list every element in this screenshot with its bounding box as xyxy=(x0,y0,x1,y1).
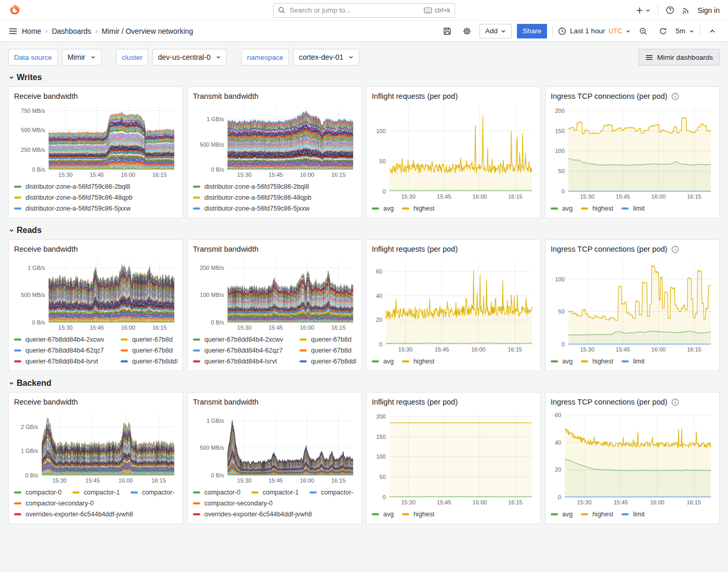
dashboard-settings-button[interactable] xyxy=(460,24,474,38)
legend-item[interactable]: querier-67b8dd84b4-62qz7 xyxy=(14,347,121,354)
legend-item[interactable]: highest xyxy=(581,511,613,518)
legend-item[interactable]: highest xyxy=(402,358,434,365)
legend-item[interactable]: querier-67b8dd84b4-2xcwv xyxy=(193,336,300,343)
legend-item[interactable]: querier-67b8d xyxy=(300,336,352,343)
panel-title[interactable]: Receive bandwidth xyxy=(14,245,78,253)
namespace-label[interactable]: namespace xyxy=(241,49,289,66)
chart-canvas[interactable]: 0 B/s100 MB/s200 MB/s15:3015:4516:0016:1… xyxy=(193,255,356,333)
legend-item[interactable]: compactor-0 xyxy=(193,489,251,496)
info-icon[interactable] xyxy=(671,398,679,406)
legend-item[interactable]: querier-67b8dd84b4-2xcwv xyxy=(14,336,121,343)
panel-title[interactable]: Ingress TCP connections (per pod) xyxy=(551,398,667,406)
chart-area[interactable]: 05010015020015:3015:4516:0016:15 xyxy=(551,102,714,202)
datasource-dropdown[interactable]: Mimir xyxy=(62,49,101,66)
legend-item[interactable]: limit xyxy=(621,511,644,518)
legend-item[interactable]: distributor-zone-a-56fd759c86-5jxxw xyxy=(193,205,309,212)
search-bar[interactable]: ctrl+k xyxy=(273,3,455,18)
legend-item[interactable]: compactor- xyxy=(309,489,354,496)
legend-item[interactable]: distributor-zone-a-56fd759c86-48qpb xyxy=(193,194,311,201)
legend-item[interactable]: avg xyxy=(551,358,573,365)
legend-item[interactable]: distributor-zone-a-56fd759c86-5jxxw xyxy=(14,205,131,212)
legend-item[interactable]: querier-67b8dd84b4-62qz7 xyxy=(193,347,300,354)
legend-item[interactable]: overrides-exporter-6c544b4ddf-jvwh8 xyxy=(14,511,133,518)
chart-canvas[interactable]: 0 B/s500 MB/s1 GB/s15:3015:4516:0016:15 xyxy=(193,408,356,486)
legend-item[interactable]: highest xyxy=(581,205,613,212)
legend-item[interactable]: distributor-zone-a-56fd759c86-48qpb xyxy=(14,194,133,201)
chart-canvas[interactable]: 020406015:3015:4516:0016:15 xyxy=(551,408,714,508)
legend-item[interactable]: distributor-zone-a-56fd759c86-2bql8 xyxy=(14,183,131,190)
legend-item[interactable]: querier-67b8d xyxy=(300,347,352,354)
chart-canvas[interactable]: 05010015020015:3015:4516:0016:15 xyxy=(372,408,535,508)
chart-area[interactable]: 05010015:3015:4516:0016:15 xyxy=(551,255,714,355)
legend-item[interactable]: highest xyxy=(402,511,434,518)
panel-title[interactable]: Inflight requests (per pod) xyxy=(372,92,458,100)
panel-title[interactable]: Ingress TCP connections (per pod) xyxy=(551,92,667,100)
legend-item[interactable]: limit xyxy=(621,205,644,212)
mimir-dashboards-button[interactable]: Mimir dashboards xyxy=(639,49,720,66)
add-panel-button[interactable]: Add xyxy=(479,24,512,38)
add-new-button[interactable] xyxy=(635,6,651,15)
chart-area[interactable]: 05010015:3015:4516:0016:15 xyxy=(372,102,535,202)
zoom-out-button[interactable] xyxy=(636,24,651,38)
chart-canvas[interactable]: 0 B/s250 MB/s500 MB/s750 MB/s15:3015:451… xyxy=(14,102,177,180)
news-button[interactable] xyxy=(682,6,690,15)
legend-item[interactable]: compactor-0 xyxy=(14,489,72,496)
chart-canvas[interactable]: 05010015020015:3015:4516:0016:15 xyxy=(551,102,714,202)
help-button[interactable] xyxy=(666,6,674,15)
chart-area[interactable]: 0 B/s500 MB/s1 GB/s15:3015:4516:0016:15 xyxy=(193,102,356,180)
legend-item[interactable]: querier-67b8dd84b4-lsrvt xyxy=(14,358,121,365)
panel-title[interactable]: Transmit bandwidth xyxy=(193,398,258,406)
chart-area[interactable]: 020406015:3015:4516:0016:15 xyxy=(551,408,714,508)
info-icon[interactable] xyxy=(671,245,679,253)
collapse-toolbar-button[interactable] xyxy=(705,24,720,38)
section-header-writes[interactable]: Writes xyxy=(8,73,720,82)
legend-item[interactable]: highest xyxy=(581,358,613,365)
legend-item[interactable]: highest xyxy=(402,205,434,212)
panel-title[interactable]: Transmit bandwidth xyxy=(193,92,258,100)
time-range-picker[interactable]: Last 1 hour UTC xyxy=(558,27,631,35)
sign-in-link[interactable]: Sign in xyxy=(697,6,720,15)
refresh-interval-picker[interactable]: 5m xyxy=(675,27,694,35)
panel-title[interactable]: Ingress TCP connections (per pod) xyxy=(551,245,667,253)
legend-item[interactable]: compactor-1 xyxy=(251,489,309,496)
chart-area[interactable]: 05010015020015:3015:4516:0016:15 xyxy=(372,408,535,508)
menu-icon[interactable] xyxy=(8,27,18,36)
legend-item[interactable]: compactor-secondary-0 xyxy=(14,500,94,507)
cluster-label[interactable]: cluster xyxy=(116,49,148,66)
search-input[interactable] xyxy=(290,6,420,14)
legend-item[interactable]: compactor-1 xyxy=(72,489,131,496)
legend-item[interactable]: avg xyxy=(551,511,573,518)
share-button[interactable]: Share xyxy=(517,24,547,38)
legend-item[interactable]: avg xyxy=(372,511,394,518)
legend-item[interactable]: distributor-zone-a-56fd759c86-2bql8 xyxy=(193,183,309,190)
chart-area[interactable]: 0 B/s250 MB/s500 MB/s750 MB/s15:3015:451… xyxy=(14,102,177,180)
legend-item[interactable]: querier-67b8dd84b4-lsrvt xyxy=(193,358,300,365)
panel-title[interactable]: Transmit bandwidth xyxy=(193,245,258,253)
legend-item[interactable]: querier-67b8d xyxy=(121,336,173,343)
legend-item[interactable]: avg xyxy=(372,205,394,212)
section-header-reads[interactable]: Reads xyxy=(8,226,720,235)
info-icon[interactable] xyxy=(671,93,679,100)
breadcrumb-dashboards[interactable]: Dashboards xyxy=(52,27,92,35)
section-header-backend[interactable]: Backend xyxy=(8,379,720,388)
chart-area[interactable]: 020406015:3015:4516:0016:15 xyxy=(372,255,535,355)
chart-canvas[interactable]: 05010015:3015:4516:0016:15 xyxy=(372,102,535,202)
legend-item[interactable]: limit xyxy=(621,358,644,365)
chart-canvas[interactable]: 0 B/s1 GB/s2 GB/s15:3015:4516:0016:15 xyxy=(14,408,177,486)
legend-item[interactable]: overrides-exporter-6c544b4ddf-jvwh8 xyxy=(193,511,312,518)
datasource-label[interactable]: Data source xyxy=(8,49,58,66)
panel-title[interactable]: Receive bandwidth xyxy=(14,92,78,100)
chart-area[interactable]: 0 B/s500 MB/s1 GB/s15:3015:4516:0016:15 xyxy=(193,408,356,486)
panel-title[interactable]: Inflight requests (per pod) xyxy=(372,398,458,406)
save-dashboard-button[interactable] xyxy=(440,24,454,38)
namespace-dropdown[interactable]: cortex-dev-01 xyxy=(293,49,360,66)
grafana-logo[interactable] xyxy=(8,4,21,17)
legend-item[interactable]: querier-67b8d xyxy=(121,347,173,354)
chart-canvas[interactable]: 05010015:3015:4516:0016:15 xyxy=(551,255,714,355)
legend-item[interactable]: querier-67b8dd8 xyxy=(121,358,177,365)
legend-item[interactable]: avg xyxy=(551,205,573,212)
refresh-button[interactable] xyxy=(656,24,670,38)
chart-canvas[interactable]: 0 B/s500 MB/s1 GB/s15:3015:4516:0016:15 xyxy=(14,255,177,333)
legend-item[interactable]: avg xyxy=(372,358,394,365)
legend-item[interactable]: compactor- xyxy=(131,489,175,496)
